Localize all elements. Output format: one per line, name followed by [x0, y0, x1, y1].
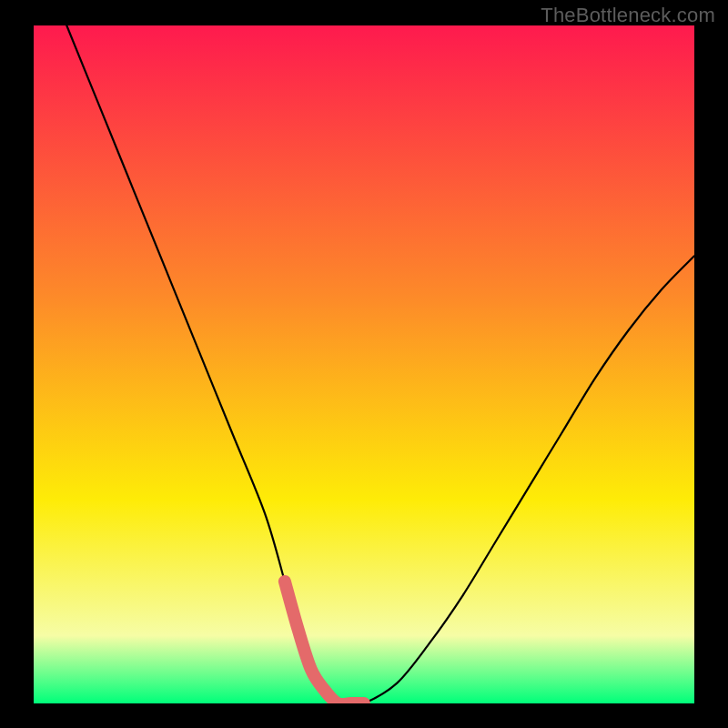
chart-frame: TheBottleneck.com	[0, 0, 728, 728]
watermark-text: TheBottleneck.com	[541, 4, 715, 27]
bottleneck-chart	[34, 25, 694, 703]
gradient-background	[34, 25, 694, 703]
